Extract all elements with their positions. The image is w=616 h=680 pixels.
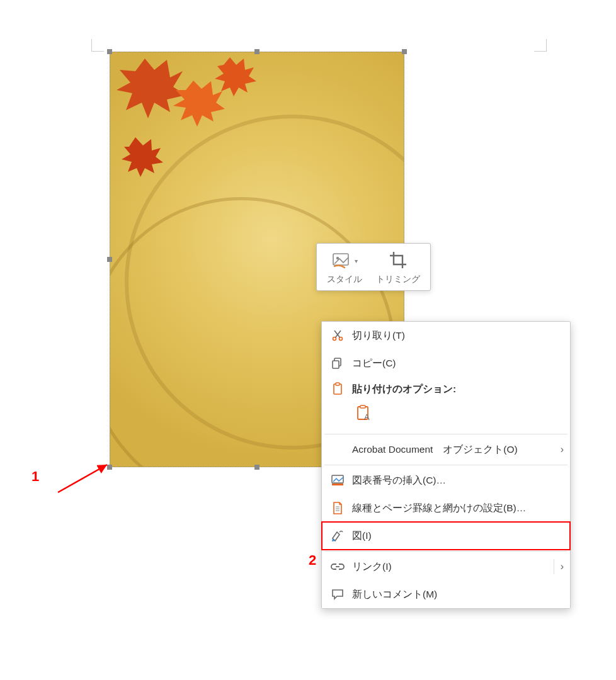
resize-handle-ne[interactable] [402,49,407,54]
paste-options-label: 貼り付けのオプション: [352,383,564,396]
link-icon [329,558,346,575]
resize-handle-s[interactable] [254,465,260,470]
cut-icon [329,327,346,344]
menu-separator [324,465,568,465]
picture-style-button[interactable]: ▾ スタイル [324,249,365,286]
menu-separator [324,434,568,434]
annotation-arrow-1 [52,461,115,496]
menu-borders-shading[interactable]: 線種とページ罫線と網かけの設定(B)… [322,494,570,522]
page-corner-top-left [91,39,104,52]
copy-icon [329,355,346,371]
svg-rect-7 [336,383,339,385]
trim-label: トリミング [376,274,420,285]
menu-paste-options-header: 貼り付けのオプション: [322,377,570,401]
resize-handle-n[interactable] [254,49,260,54]
menu-insert-caption[interactable]: 図表番号の挿入(C)… [322,467,570,494]
svg-rect-5 [333,361,339,368]
borders-label: 線種とページ罫線と網かけの設定(B)… [352,502,564,515]
menu-format-picture[interactable]: 図(I) [322,522,570,550]
menu-cut[interactable]: 切り取り(T) [322,322,570,349]
insert-caption-label: 図表番号の挿入(C)… [352,474,564,487]
resize-handle-w[interactable] [107,257,112,262]
paste-options-row: A [322,401,570,433]
link-label: リンク(I) [352,560,554,574]
resize-handle-nw[interactable] [107,49,112,54]
menu-acrobat-object[interactable]: Acrobat Document オブジェクト(O) › [322,436,570,463]
page-corner-top-right [534,39,547,52]
annotation-2: 2 [309,552,316,569]
copy-label: コピー(C) [352,357,564,370]
picture-label: 図(I) [352,530,564,543]
svg-line-16 [58,465,107,492]
annotation-1: 1 [31,468,39,485]
svg-text:A: A [364,412,370,422]
crop-icon [389,251,408,271]
format-picture-icon [329,528,346,544]
paste-keep-text-button[interactable]: A [352,402,376,426]
svg-point-2 [333,337,336,341]
blank-icon [329,441,346,458]
menu-new-comment[interactable]: 新しいコメント(M) [322,581,570,608]
crop-button[interactable]: トリミング [374,249,423,286]
picture-style-icon [332,251,353,271]
chevron-right-icon: › [557,444,564,455]
chevron-down-icon: ▾ [355,258,358,264]
svg-rect-12 [332,484,343,485]
image-caption-icon [329,472,346,489]
acrobat-object-label: Acrobat Document オブジェクト(O) [352,443,557,456]
comment-icon [329,586,346,603]
svg-rect-9 [360,405,365,408]
menu-link[interactable]: リンク(I) › [322,553,570,581]
paste-text-icon: A [355,404,373,425]
clipboard-icon [329,381,346,397]
chevron-right-icon[interactable]: › [554,559,564,574]
image-context-menu: 切り取り(T) コピー(C) 貼り付けのオプション: A [321,321,571,609]
menu-separator [324,551,568,552]
svg-point-3 [339,337,343,341]
cut-label: 切り取り(T) [352,329,564,343]
style-label: スタイル [327,274,362,285]
image-mini-toolbar: ▾ スタイル トリミング [316,243,431,291]
new-comment-label: 新しいコメント(M) [352,588,564,601]
menu-copy[interactable]: コピー(C) [322,349,570,377]
page-icon [329,500,346,516]
